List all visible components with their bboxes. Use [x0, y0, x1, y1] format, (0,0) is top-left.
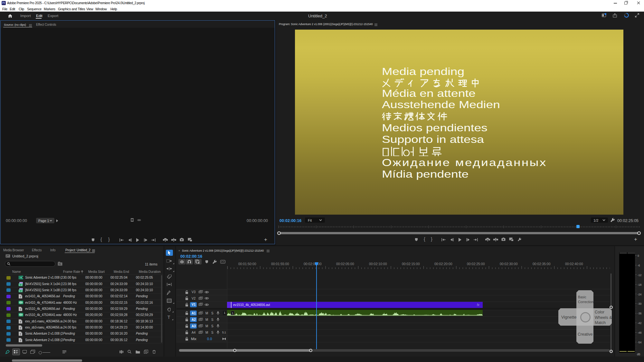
- svg-text:?: ?: [20, 333, 21, 336]
- svg-text:?: ?: [20, 320, 21, 323]
- svg-text:?: ?: [20, 308, 21, 311]
- svg-text:?: ?: [20, 327, 21, 330]
- svg-text:?: ?: [20, 295, 21, 298]
- svg-text:?: ?: [20, 339, 21, 342]
